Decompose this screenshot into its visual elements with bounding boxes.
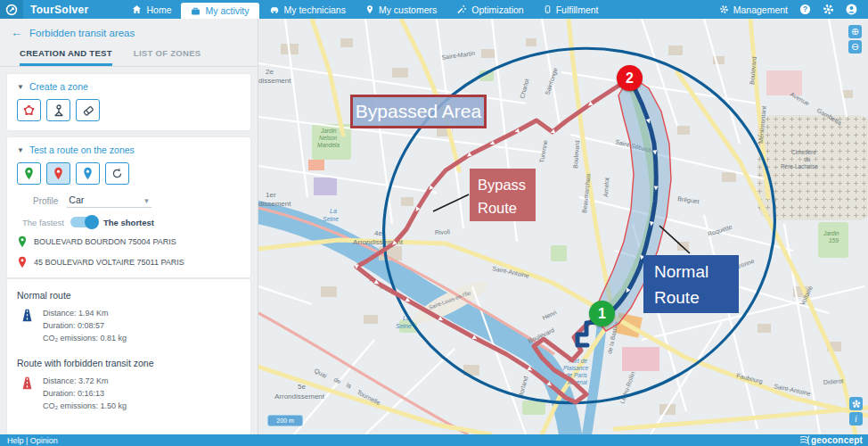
- management-menu[interactable]: Management: [719, 4, 788, 15]
- forbidden-route-detail: Distance: 3.72 Km Duration: 0:16:13 CO₂ …: [20, 376, 241, 413]
- set-end-pin-button[interactable]: [46, 162, 70, 185]
- map-label: Père-Lachaise: [781, 163, 818, 169]
- car-icon: [269, 4, 280, 14]
- svg-text:?: ?: [803, 4, 807, 13]
- map-scale-indicator[interactable]: 200 m: [267, 415, 303, 426]
- draw-polygon-tool-button[interactable]: [17, 99, 41, 121]
- map-base-layer: 2edissement1erdissement4eArrondissement5…: [258, 19, 868, 434]
- topbar-right-cluster: Management ?: [719, 0, 868, 19]
- toursolver-logo-icon: [5, 4, 18, 16]
- map-label: Rivoli: [435, 228, 451, 235]
- route-ribbon-icon-blue: [20, 308, 35, 323]
- nav-my-technicians[interactable]: My technicians: [259, 0, 356, 19]
- page-title: Forbidden transit areas: [29, 28, 135, 38]
- map-label: Seine: [323, 216, 339, 222]
- magic-wand-icon: [456, 4, 467, 14]
- zone-tools: [17, 99, 241, 121]
- toursolver-app: TourSolver Home My activity My technicia…: [0, 0, 868, 446]
- forbidden-route-title: Route with forbidden transit zone: [17, 358, 241, 368]
- start-marker[interactable]: 1: [589, 301, 615, 326]
- route-test-tools: [17, 162, 241, 185]
- map-label: du: [804, 156, 811, 162]
- toggle-label-fastest: The fastest: [22, 218, 64, 227]
- draw-beacon-tool-button[interactable]: [46, 99, 70, 121]
- nav-my-customers[interactable]: My customers: [356, 0, 446, 19]
- chevron-down-icon: ▼: [143, 197, 150, 205]
- profile-label: Profile: [33, 196, 58, 208]
- toggle-label-shortest: The shortest: [103, 218, 154, 227]
- map-label: Arrondissement: [274, 392, 325, 401]
- map-style-button[interactable]: [849, 397, 863, 410]
- map-label: Jardin: [320, 128, 337, 134]
- profile-select[interactable]: Car ▼: [67, 194, 151, 208]
- help-opinion-link[interactable]: Help | Opinion: [0, 436, 58, 445]
- create-zone-header[interactable]: ▼ Create a zone: [17, 81, 241, 92]
- test-route-header[interactable]: ▼ Test a route on the zones: [17, 145, 241, 155]
- forbidden-route-duration: Duration: 0:16:13: [43, 388, 127, 401]
- map-corner-controls: i: [849, 397, 863, 425]
- briefcase-icon: [191, 6, 201, 16]
- bypassed-area-label: Bypassed Area: [350, 95, 487, 128]
- red-pin-icon: [17, 256, 28, 268]
- normal-route-duration: Duration: 0:08:57: [43, 320, 127, 333]
- start-address-row: BOULEVARD BOURDON 75004 PARIS: [17, 235, 241, 248]
- toursolver-logo[interactable]: [0, 0, 23, 19]
- toggle-knob: [85, 215, 99, 229]
- management-gear-icon: [719, 4, 729, 14]
- nav-fulfillment[interactable]: Fulfillment: [534, 0, 609, 19]
- zoom-in-button[interactable]: ⊕: [848, 25, 862, 38]
- set-via-pin-button[interactable]: [76, 162, 100, 185]
- map-pin-icon: [365, 4, 374, 14]
- panel-tabs: CREATION AND TEST LIST OF ZONES: [0, 45, 258, 67]
- end-address: 45 BOULEVARD VOLTAIRE 75011 PARIS: [34, 258, 184, 267]
- map-canvas[interactable]: 2edissement1erdissement4eArrondissement5…: [258, 19, 868, 434]
- top-navigation-bar: TourSolver Home My activity My technicia…: [0, 0, 868, 19]
- route-ribbon-icon-red: [20, 376, 35, 391]
- map-info-button[interactable]: i: [849, 412, 863, 425]
- eraser-tool-button[interactable]: [76, 99, 100, 121]
- map-label: Plaisance: [563, 365, 589, 371]
- zoom-out-button[interactable]: ⊖: [848, 40, 862, 54]
- bypass-route-label: Bypass Route: [470, 169, 536, 221]
- forbidden-route-stats: Distance: 3.72 Km Duration: 0:16:13 CO₂ …: [43, 376, 127, 413]
- nav-home[interactable]: Home: [122, 0, 181, 19]
- back-arrow-icon[interactable]: ←: [11, 27, 22, 38]
- settings-gear-icon[interactable]: [823, 4, 834, 15]
- end-marker[interactable]: 2: [617, 65, 643, 91]
- map-label: Nelson: [319, 135, 338, 141]
- user-account-icon[interactable]: [846, 4, 857, 15]
- nav-optimization[interactable]: Optimization: [446, 0, 533, 19]
- map-label: 4e: [374, 229, 382, 237]
- set-start-pin-button[interactable]: [17, 162, 41, 185]
- map-label: Mandela: [317, 142, 340, 148]
- forbidden-route-co2: CO₂ emissions: 1.50 kg: [43, 401, 127, 413]
- reset-route-button[interactable]: [105, 162, 129, 185]
- map-label: 1er: [266, 191, 276, 199]
- route-mode-toggle-row: The fastest The shortest: [22, 217, 241, 227]
- left-panel: ← Forbidden transit areas CREATION AND T…: [0, 19, 258, 434]
- nav-my-activity[interactable]: My activity: [181, 3, 258, 19]
- profile-value: Car: [69, 194, 84, 205]
- fastest-shortest-toggle[interactable]: [70, 217, 97, 227]
- tab-creation-and-test[interactable]: CREATION AND TEST: [20, 48, 112, 66]
- help-icon[interactable]: ?: [799, 4, 811, 15]
- brand-name: TourSolver: [23, 0, 97, 19]
- tab-list-of-zones[interactable]: LIST OF ZONES: [134, 48, 201, 66]
- eraser-icon: [81, 103, 95, 118]
- map-label: Jardin: [823, 230, 839, 236]
- end-address-row: 45 BOULEVARD VOLTAIRE 75011 PARIS: [17, 256, 241, 268]
- bottom-status-bar: Help | Opinion geoconcept: [0, 434, 868, 446]
- panel-title-row: ← Forbidden transit areas: [0, 19, 258, 45]
- normal-route-co2: CO₂ emissions: 0.81 kg: [43, 333, 127, 345]
- home-icon: [132, 4, 142, 14]
- green-pin-icon: [23, 167, 35, 180]
- map-label: 159: [829, 237, 839, 244]
- map-label: dissement: [258, 200, 291, 208]
- map-label: Seine: [396, 323, 412, 329]
- map-label: dissement: [258, 77, 291, 85]
- map-label: La: [330, 208, 337, 214]
- red-pin-icon: [53, 167, 64, 180]
- normal-route-distance: Distance: 1.94 Km: [43, 308, 127, 320]
- map-label: 2e: [266, 68, 274, 76]
- collapse-caret-icon: ▼: [17, 83, 24, 91]
